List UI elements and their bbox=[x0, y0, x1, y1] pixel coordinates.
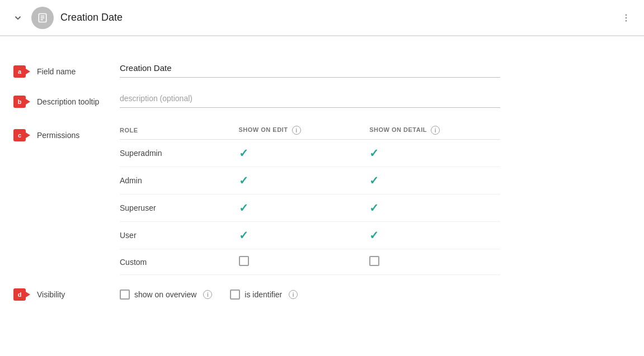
permissions-table: ROLE SHOW ON EDIT i SHOW ON DETAIL i bbox=[120, 121, 500, 275]
visibility-label: Visibility bbox=[37, 290, 65, 299]
svg-point-4 bbox=[626, 14, 627, 15]
show-on-detail-info-icon[interactable]: i bbox=[431, 126, 440, 135]
check-icon: ✓ bbox=[239, 174, 248, 187]
check-icon: ✓ bbox=[369, 147, 379, 159]
detail-admin[interactable]: ✓ bbox=[369, 167, 500, 194]
step-badge-d: d bbox=[13, 288, 26, 301]
field-name-label-col: a Field name bbox=[13, 61, 120, 78]
permissions-label-col: c Permissions bbox=[13, 121, 120, 141]
table-row: User ✓ ✓ bbox=[120, 222, 500, 249]
check-icon: ✓ bbox=[369, 229, 379, 241]
detail-custom[interactable] bbox=[369, 249, 500, 275]
permissions-table-col: ROLE SHOW ON EDIT i SHOW ON DETAIL i bbox=[120, 121, 500, 275]
check-icon: ✓ bbox=[239, 202, 248, 214]
step-badge-c: c bbox=[13, 129, 26, 141]
form-content: a Field name b Description tooltip c Per… bbox=[0, 50, 644, 323]
check-icon: ✓ bbox=[239, 229, 248, 241]
table-row: Superuser ✓ ✓ bbox=[120, 194, 500, 222]
role-superadmin: Superadmin bbox=[120, 140, 239, 167]
step-badge-b: b bbox=[13, 96, 26, 108]
edit-admin[interactable]: ✓ bbox=[239, 167, 370, 194]
table-row: Superadmin ✓ ✓ bbox=[120, 140, 500, 167]
back-chevron[interactable] bbox=[9, 9, 27, 27]
permissions-row: c Permissions ROLE SHOW ON EDIT i bbox=[0, 121, 644, 275]
show-on-edit-info-icon[interactable]: i bbox=[292, 126, 301, 135]
edit-user[interactable]: ✓ bbox=[239, 222, 370, 249]
table-row: Admin ✓ ✓ bbox=[120, 167, 500, 194]
visibility-options: show on overview i is identifier i bbox=[120, 289, 298, 300]
role-custom: Custom bbox=[120, 249, 239, 275]
permissions-label: Permissions bbox=[37, 131, 79, 140]
description-input-col bbox=[120, 91, 500, 108]
header-separator bbox=[0, 36, 644, 36]
is-identifier-option[interactable]: is identifier i bbox=[230, 289, 298, 300]
col-header-show-on-edit: SHOW ON EDIT i bbox=[239, 121, 370, 140]
role-admin: Admin bbox=[120, 167, 239, 194]
description-input[interactable] bbox=[120, 91, 500, 108]
is-identifier-label: is identifier bbox=[245, 290, 282, 299]
is-identifier-info-icon[interactable]: i bbox=[289, 290, 298, 299]
detail-superuser[interactable]: ✓ bbox=[369, 194, 500, 222]
field-name-input[interactable] bbox=[120, 61, 500, 78]
detail-user[interactable]: ✓ bbox=[369, 222, 500, 249]
svg-point-6 bbox=[626, 20, 627, 21]
col-header-show-on-detail: SHOW ON DETAIL i bbox=[369, 121, 500, 140]
role-superuser: Superuser bbox=[120, 194, 239, 222]
field-name-label: Field name bbox=[37, 67, 76, 76]
detail-superadmin[interactable]: ✓ bbox=[369, 140, 500, 167]
col-header-role: ROLE bbox=[120, 121, 239, 140]
field-name-input-col bbox=[120, 61, 500, 78]
visibility-row: d Visibility show on overview i is ident… bbox=[0, 288, 644, 301]
check-icon: ✓ bbox=[369, 174, 379, 187]
more-options-button[interactable] bbox=[617, 9, 635, 27]
edit-superadmin[interactable]: ✓ bbox=[239, 140, 370, 167]
role-user: User bbox=[120, 222, 239, 249]
description-label: Description tooltip bbox=[37, 97, 99, 106]
app-header: Creation Date bbox=[0, 0, 644, 36]
step-badge-a: a bbox=[13, 65, 26, 78]
show-on-overview-info-icon[interactable]: i bbox=[203, 290, 212, 299]
check-icon: ✓ bbox=[239, 147, 248, 159]
checkbox-empty-icon[interactable] bbox=[369, 256, 379, 266]
page-title: Creation Date bbox=[60, 12, 617, 23]
show-on-overview-option[interactable]: show on overview i bbox=[120, 289, 212, 300]
field-name-row: a Field name bbox=[0, 61, 644, 78]
visibility-label-col: d Visibility bbox=[13, 288, 120, 301]
is-identifier-checkbox[interactable] bbox=[230, 289, 240, 300]
field-type-icon bbox=[31, 7, 54, 29]
checkbox-empty-icon[interactable] bbox=[239, 256, 249, 266]
description-row: b Description tooltip bbox=[0, 91, 644, 108]
edit-superuser[interactable]: ✓ bbox=[239, 194, 370, 222]
svg-point-5 bbox=[626, 17, 627, 18]
description-label-col: b Description tooltip bbox=[13, 91, 120, 108]
check-icon: ✓ bbox=[369, 202, 379, 214]
show-on-overview-label: show on overview bbox=[134, 290, 196, 299]
show-on-overview-checkbox[interactable] bbox=[120, 289, 130, 300]
edit-custom[interactable] bbox=[239, 249, 370, 275]
table-row: Custom bbox=[120, 249, 500, 275]
